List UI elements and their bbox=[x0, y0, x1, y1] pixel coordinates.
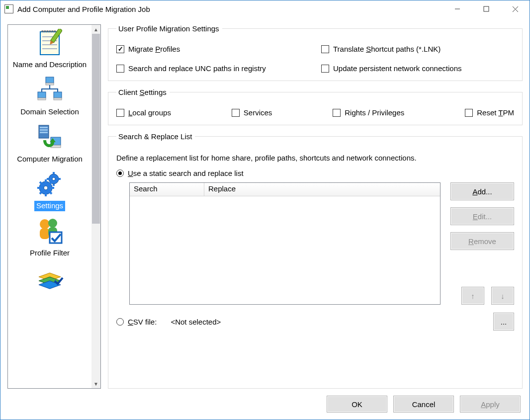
svg-rect-16 bbox=[54, 98, 62, 100]
sidebar-item-label: Profile Filter bbox=[28, 248, 72, 258]
group-search-replace-list: Search & Replace List Define a replaceme… bbox=[108, 132, 523, 389]
checkbox-label: Local groups bbox=[128, 108, 171, 117]
checkbox-rights-privileges[interactable]: Rights / Privileges bbox=[333, 108, 404, 117]
checkbox-icon bbox=[116, 45, 124, 53]
group-legend: Search & Replace List bbox=[116, 132, 195, 141]
checkbox-icon bbox=[333, 109, 341, 117]
app-icon bbox=[4, 4, 13, 13]
checkbox-label: Rights / Privileges bbox=[345, 108, 404, 117]
svg-rect-20 bbox=[40, 132, 48, 133]
edit-button[interactable]: Edit... bbox=[450, 207, 514, 225]
checkbox-icon bbox=[321, 65, 329, 73]
svg-rect-19 bbox=[40, 129, 48, 131]
sidebar-item-domain-selection[interactable]: Domain Selection bbox=[9, 75, 90, 117]
radio-static-list[interactable]: Use a static search and replace list bbox=[116, 169, 514, 177]
svg-line-39 bbox=[50, 182, 52, 184]
ok-button[interactable]: OK bbox=[327, 396, 387, 413]
checkbox-label: Migrate Profiles bbox=[128, 45, 180, 53]
scroll-down-button[interactable]: ▼ bbox=[91, 379, 100, 388]
svg-rect-11 bbox=[46, 77, 54, 83]
move-up-button[interactable]: ↑ bbox=[461, 287, 484, 305]
radio-label: Use a static search and replace list bbox=[128, 169, 244, 177]
svg-line-36 bbox=[40, 182, 42, 184]
network-icon bbox=[34, 75, 66, 105]
checkbox-label: Services bbox=[244, 108, 272, 117]
checkbox-migrate-profiles[interactable]: Migrate Profiles bbox=[116, 45, 309, 53]
group-legend: Client Settings bbox=[116, 88, 170, 96]
scroll-track[interactable] bbox=[91, 34, 100, 379]
column-header-search[interactable]: Search bbox=[130, 183, 204, 196]
search-replace-table[interactable]: Search Replace bbox=[129, 182, 441, 305]
maximize-button[interactable] bbox=[472, 0, 501, 17]
close-button[interactable] bbox=[501, 0, 530, 17]
dialog-window: Add Computer and Profile Migration Job bbox=[0, 0, 530, 420]
close-icon bbox=[512, 6, 519, 12]
svg-line-38 bbox=[40, 192, 42, 194]
sidebar-item-next-partial[interactable] bbox=[9, 263, 90, 288]
radio-icon bbox=[116, 318, 124, 326]
arrow-up-icon: ↑ bbox=[471, 292, 475, 300]
sidebar-item-name-description[interactable]: Name and Description bbox=[9, 28, 90, 70]
svg-rect-13 bbox=[38, 92, 46, 98]
checkbox-services[interactable]: Services bbox=[232, 108, 272, 117]
sidebar-item-label: Settings bbox=[34, 201, 65, 211]
sidebar-item-label: Computer Migration bbox=[15, 154, 85, 165]
titlebar: Add Computer and Profile Migration Job bbox=[0, 0, 530, 17]
server-migrate-icon bbox=[34, 122, 66, 152]
table-body[interactable] bbox=[130, 196, 440, 304]
remove-button[interactable]: Remove bbox=[450, 232, 514, 250]
checkbox-update-persistent[interactable]: Update persistent network connections bbox=[321, 64, 514, 73]
checkbox-icon bbox=[116, 65, 124, 73]
apply-button[interactable]: Apply bbox=[460, 396, 521, 413]
checkbox-label: Search and replace UNC paths in registry bbox=[128, 64, 266, 73]
move-down-button[interactable]: ↓ bbox=[491, 287, 514, 305]
sidebar-item-label: Domain Selection bbox=[18, 107, 81, 117]
checkbox-icon bbox=[116, 109, 124, 117]
scroll-up-button[interactable]: ▲ bbox=[91, 25, 100, 34]
browse-csv-button[interactable]: ... bbox=[493, 313, 514, 331]
checkbox-label: Reset TPM bbox=[477, 108, 514, 117]
svg-line-37 bbox=[50, 192, 52, 194]
scroll-thumb[interactable] bbox=[92, 34, 100, 224]
profiles-filter-icon bbox=[34, 216, 66, 246]
window-title: Add Computer and Profile Migration Job bbox=[17, 5, 150, 13]
group-client-settings: Client Settings Local groups Services bbox=[108, 88, 523, 125]
minimize-icon bbox=[454, 6, 460, 12]
csv-path-value: <Not selected> bbox=[171, 318, 221, 326]
radio-label: CSV file: bbox=[128, 318, 157, 326]
svg-rect-15 bbox=[54, 92, 62, 98]
radio-csv-file[interactable]: CSV file: bbox=[116, 318, 157, 326]
window-controls bbox=[443, 0, 530, 17]
checkbox-search-replace-unc[interactable]: Search and replace UNC paths in registry bbox=[116, 64, 309, 73]
group-user-profile-migration: User Profile Migration Settings Migrate … bbox=[108, 24, 523, 81]
sidebar-item-settings[interactable]: Settings bbox=[9, 169, 90, 211]
sidebar-scrollbar[interactable]: ▲ ▼ bbox=[91, 25, 100, 388]
checkbox-translate-shortcut[interactable]: Translate Shortcut paths (*.LNK) bbox=[321, 45, 514, 53]
gears-icon bbox=[34, 169, 66, 199]
group-legend: User Profile Migration Settings bbox=[116, 24, 222, 33]
add-button[interactable]: Add... bbox=[450, 182, 514, 200]
books-icon bbox=[34, 263, 66, 288]
checkbox-icon bbox=[465, 109, 473, 117]
checkbox-label: Update persistent network connections bbox=[333, 64, 461, 73]
cancel-button[interactable]: Cancel bbox=[393, 396, 454, 413]
minimize-button[interactable] bbox=[443, 0, 472, 17]
svg-rect-1 bbox=[484, 6, 489, 11]
checkbox-icon bbox=[321, 45, 329, 53]
svg-rect-12 bbox=[46, 83, 54, 85]
sidebar-item-label: Name and Description bbox=[11, 60, 88, 70]
svg-point-25 bbox=[52, 177, 55, 180]
wizard-sidebar: Name and Description bbox=[7, 24, 101, 389]
notepad-icon bbox=[34, 28, 66, 58]
column-header-replace[interactable]: Replace bbox=[204, 183, 440, 196]
table-header: Search Replace bbox=[130, 183, 440, 196]
checkbox-local-groups[interactable]: Local groups bbox=[116, 108, 171, 117]
checkbox-reset-tpm[interactable]: Reset TPM bbox=[465, 108, 514, 117]
sidebar-item-profile-filter[interactable]: Profile Filter bbox=[9, 216, 90, 258]
checkbox-icon bbox=[232, 109, 240, 117]
svg-point-27 bbox=[44, 186, 48, 190]
svg-rect-14 bbox=[38, 98, 46, 100]
dialog-footer: OK Cancel Apply bbox=[0, 389, 530, 420]
arrow-down-icon: ↓ bbox=[501, 292, 505, 300]
sidebar-item-computer-migration[interactable]: Computer Migration bbox=[9, 122, 90, 165]
